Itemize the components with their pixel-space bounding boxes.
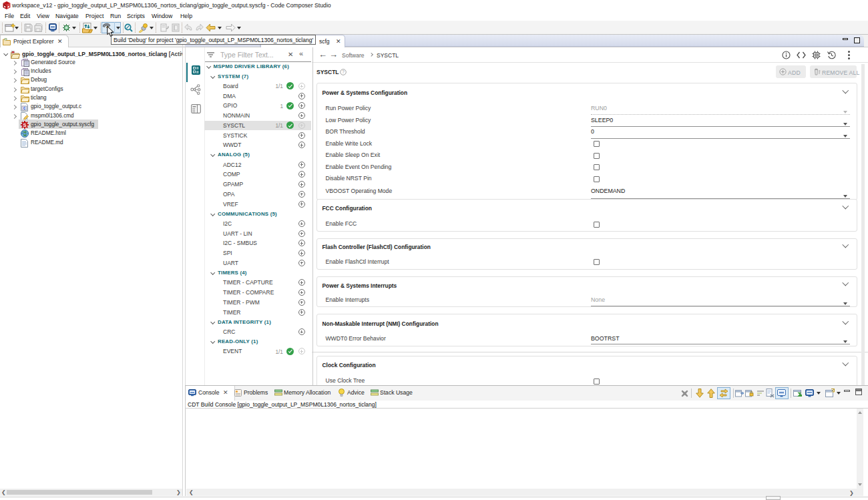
svg-text:c: c bbox=[23, 106, 26, 111]
svg-text:S: S bbox=[23, 121, 26, 128]
svg-text:?: ? bbox=[342, 69, 345, 74]
